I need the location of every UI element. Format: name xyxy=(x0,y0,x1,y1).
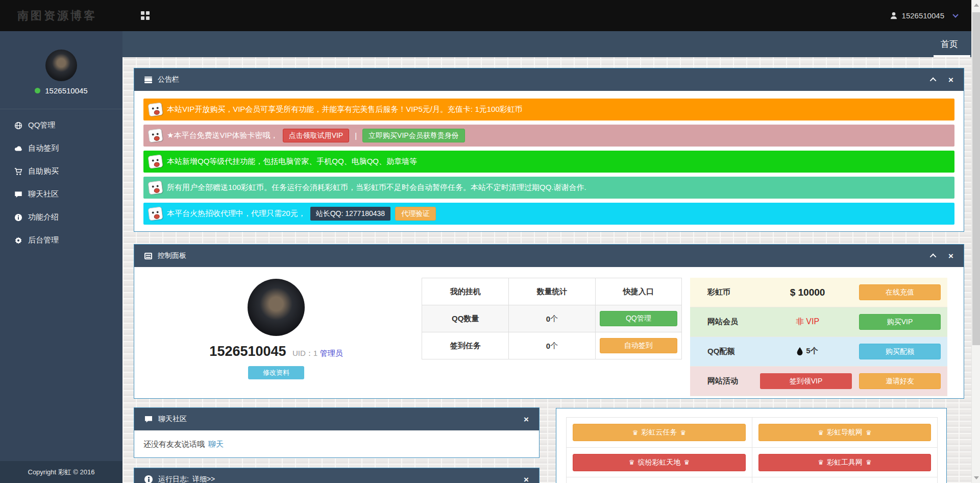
globe-icon xyxy=(14,122,22,130)
column-header: 数量统计 xyxy=(508,278,595,305)
qq-count: 0个 xyxy=(508,305,595,332)
sidebar-username: 1526510045 xyxy=(45,86,87,95)
main-navbar: 首页 xyxy=(122,31,980,57)
buy-quota-button[interactable]: 购买配额 xyxy=(859,344,941,359)
signin-get-vip-button[interactable]: 签到领VIP xyxy=(760,373,852,389)
cart-icon xyxy=(14,167,22,176)
sidebar-item-features[interactable]: 功能介绍 xyxy=(0,206,122,229)
link-rainbow-world[interactable]: ♛缤纷彩虹天地♛ xyxy=(573,454,746,471)
qq-emoji-icon xyxy=(148,128,163,142)
profile-avatar[interactable] xyxy=(248,279,305,336)
collapse-icon[interactable] xyxy=(930,253,937,260)
scrollbar-thumb[interactable] xyxy=(972,12,980,345)
claim-trial-vip-button[interactable]: 点击领取试用VIP xyxy=(283,129,350,142)
crown-icon: ♛ xyxy=(629,458,635,466)
panel-title: 控制面板 xyxy=(158,251,186,260)
webmaster-qq-badge: 站长QQ: 1277180438 xyxy=(310,207,390,221)
column-header: 我的挂机 xyxy=(422,278,508,305)
info-icon xyxy=(144,475,153,483)
sidebar-item-label: 后台管理 xyxy=(28,235,59,245)
sidebar-item-label: 功能介绍 xyxy=(28,212,59,222)
table-row-coins: 彩虹币 $ 10000 在线充值 xyxy=(690,278,947,307)
row-label: QQ配额 xyxy=(707,347,734,356)
profile-uid: UID：1 xyxy=(292,349,317,357)
buy-vip-button[interactable]: 购买VIP xyxy=(859,314,941,330)
notice-text: ★本平台免费送VIP体验卡密哦， xyxy=(167,131,278,140)
log-detail-link[interactable]: 详细>> xyxy=(192,475,215,483)
link-rainbow-nav[interactable]: ♛彩虹导航网♛ xyxy=(758,424,931,441)
chat-bubble-icon xyxy=(14,190,22,199)
info-icon xyxy=(14,213,22,222)
copyright: Copyright 彩虹 © 2016 xyxy=(0,461,122,483)
crown-icon: ♛ xyxy=(684,458,690,466)
close-icon[interactable]: × xyxy=(524,475,529,483)
profile-name-row: 1526510045 UID：1 管理员 xyxy=(174,344,378,359)
collapse-icon[interactable] xyxy=(930,77,937,84)
vertical-scrollbar[interactable] xyxy=(971,0,980,483)
app-window: 南图资源博客 1526510045 首页 1526510045 QQ管理 xyxy=(0,0,980,483)
divider xyxy=(0,109,122,109)
agent-verify-button[interactable]: 代理验证 xyxy=(395,207,436,221)
qq-manage-button[interactable]: QQ管理 xyxy=(600,311,677,326)
chat-panel-header: 聊天社区 × xyxy=(134,408,539,430)
close-icon[interactable]: × xyxy=(948,76,953,84)
chat-empty-text: 还没有友友说话哦 xyxy=(143,440,205,449)
buy-vip-now-button[interactable]: 立即购买VIP会员获尊贵身份 xyxy=(362,129,465,142)
sidebar-item-qq-manage[interactable]: QQ管理 xyxy=(0,114,122,137)
hangup-table: 我的挂机 数量统计 快捷入口 QQ数量 0个 QQ管理 签到任务 0个 自动签到 xyxy=(422,278,682,359)
close-icon[interactable]: × xyxy=(948,252,953,260)
panel-icon xyxy=(144,253,152,259)
profile-role-link[interactable]: 管理员 xyxy=(320,349,343,357)
chat-body: 还没有友友说话哦 聊天 xyxy=(134,430,539,458)
auto-signin-button[interactable]: 自动签到 xyxy=(600,338,677,353)
gear-icon xyxy=(14,236,22,245)
scroll-up-arrow[interactable] xyxy=(974,4,979,7)
qq-quota: 5个 xyxy=(762,346,853,357)
row-label: 签到任务 xyxy=(422,332,508,359)
invite-friends-button[interactable]: 邀请好友 xyxy=(859,373,941,389)
link-rainbow-tools[interactable]: ♛彩虹工具网♛ xyxy=(758,454,931,471)
close-icon[interactable]: × xyxy=(524,415,529,424)
separator: | xyxy=(355,131,357,140)
crown-icon: ♛ xyxy=(680,429,687,437)
table-row-quota: QQ配额 5个 购买配额 xyxy=(690,337,947,367)
sidebar-item-auto-signin[interactable]: 自动签到 xyxy=(0,137,122,160)
apps-grid-icon[interactable] xyxy=(141,11,150,20)
notice-free-vip: ★本平台免费送VIP体验卡密哦， 点击领取试用VIP | 立即购买VIP会员获尊… xyxy=(143,125,954,147)
announcement-panel-header: 公告栏 × xyxy=(134,68,964,91)
sidebar-item-self-purchase[interactable]: 自助购买 xyxy=(0,160,122,183)
row-label: 网站活动 xyxy=(707,376,738,386)
link-rainbow-cloud-task[interactable]: ♛彩虹云任务♛ xyxy=(573,424,746,441)
edit-profile-button[interactable]: 修改资料 xyxy=(248,366,304,379)
avatar[interactable] xyxy=(45,50,77,81)
recharge-button[interactable]: 在线充值 xyxy=(859,284,941,300)
notice-qq-level: 本站新增QQ等级代挂功能，包括电脑管家、手机QQ、电脑QQ、勋章墙等 xyxy=(143,151,954,173)
chevron-down-icon xyxy=(952,12,958,17)
qq-emoji-icon xyxy=(148,206,163,221)
sidebar-menu: QQ管理 自动签到 自助购买 聊天社区 功能介绍 xyxy=(0,114,122,252)
row-label: QQ数量 xyxy=(422,305,508,332)
online-status-dot xyxy=(35,88,40,93)
notice-agent-recruit: 本平台火热招收代理中，代理只需20元， 站长QQ: 1277180438 代理验… xyxy=(143,203,954,225)
qq-emoji-icon xyxy=(148,154,163,168)
links-grid: ♛彩虹云任务♛ ♛彩虹导航网♛ ♛缤纷彩虹天地♛ ♛彩虹工具网♛ xyxy=(566,417,938,483)
sidebar-item-chat-community[interactable]: 聊天社区 xyxy=(0,183,122,206)
sidebar-item-label: 聊天社区 xyxy=(28,189,59,199)
notice-coins-gift: 所有用户全部赠送100彩虹币。任务运行会消耗彩虹币，当彩虹币不足时会自动暂停任务… xyxy=(143,177,954,199)
scroll-down-arrow[interactable] xyxy=(974,476,979,479)
sidebar-item-admin[interactable]: 后台管理 xyxy=(0,229,122,252)
droplet-icon xyxy=(797,347,803,355)
sidebar-item-label: QQ管理 xyxy=(28,120,55,130)
chat-panel: 聊天社区 × 还没有友友说话哦 聊天 xyxy=(134,407,540,458)
vip-status: 非 VIP xyxy=(762,317,853,327)
chat-link[interactable]: 聊天 xyxy=(208,440,224,449)
tab-home[interactable]: 首页 xyxy=(941,31,958,57)
sidebar: 1526510045 QQ管理 自动签到 自助购买 xyxy=(0,31,122,483)
cloud-icon xyxy=(14,144,22,153)
topbar-username: 1526510045 xyxy=(902,11,944,20)
person-icon xyxy=(890,12,898,20)
user-menu[interactable]: 1526510045 xyxy=(890,0,958,31)
profile-name: 1526510045 xyxy=(209,344,286,359)
sidebar-item-label: 自动签到 xyxy=(28,143,59,153)
log-panel-header: 运行日志: 详细>> × xyxy=(134,468,539,483)
